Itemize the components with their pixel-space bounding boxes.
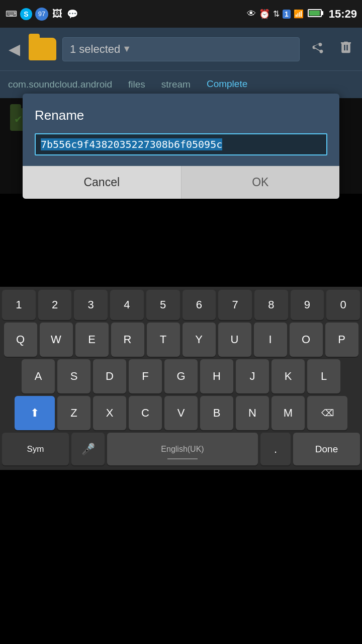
key-k[interactable]: K	[272, 359, 305, 393]
dialog-buttons: Cancel OK	[23, 166, 339, 199]
key-y[interactable]: Y	[183, 323, 216, 357]
key-l[interactable]: L	[307, 359, 340, 393]
battery-container	[307, 9, 322, 20]
key-z[interactable]: Z	[57, 396, 90, 430]
share-button[interactable]	[306, 38, 330, 60]
shift-button[interactable]: ⬆	[15, 396, 55, 430]
key-0[interactable]: 0	[326, 290, 360, 320]
key-5[interactable]: 5	[146, 290, 180, 320]
done-button[interactable]: Done	[293, 433, 360, 465]
keyboard-bottom-row: Sym 🎤 English(UK) . Done	[2, 433, 360, 465]
key-m[interactable]: M	[272, 396, 305, 430]
keyboard-icon: ⌨	[5, 8, 17, 20]
cancel-button[interactable]: Cancel	[23, 166, 182, 199]
key-i[interactable]: I	[254, 323, 287, 357]
backspace-button[interactable]: ⌫	[307, 396, 347, 430]
keyboard-number-row: 1 2 3 4 5 6 7 8 9 0	[2, 290, 360, 320]
signal-icon: 📶	[294, 9, 304, 19]
eye-icon: 👁	[247, 9, 256, 19]
key-3[interactable]: 3	[74, 290, 108, 320]
time-display: 15:29	[329, 8, 357, 21]
key-b[interactable]: B	[200, 396, 233, 430]
key-d[interactable]: D	[93, 359, 126, 393]
key-9[interactable]: 9	[291, 290, 324, 320]
key-r[interactable]: R	[111, 323, 144, 357]
alarm-icon: ⏰	[259, 9, 270, 20]
key-s[interactable]: S	[57, 359, 90, 393]
keyboard-qwerty-row: Q W E R T Y U I O P	[2, 323, 360, 357]
rename-input[interactable]	[41, 138, 321, 150]
key-j[interactable]: J	[236, 359, 269, 393]
network-icon: ⇅	[273, 9, 280, 19]
key-2[interactable]: 2	[38, 290, 72, 320]
folder-icon	[29, 38, 56, 60]
status-bar: ⌨ S 97 🖼 💬 👁 ⏰ ⇅ 1 📶 15:29	[0, 0, 362, 28]
rename-input-wrapper[interactable]	[35, 133, 327, 155]
key-v[interactable]: V	[164, 396, 198, 430]
key-8[interactable]: 8	[254, 290, 288, 320]
dialog-overlay: Rename Cancel OK	[0, 98, 362, 194]
key-o[interactable]: O	[290, 323, 323, 357]
dropdown-arrow-icon: ▼	[122, 44, 131, 54]
dialog-title: Rename	[35, 108, 327, 123]
spacebar-button[interactable]: English(UK)	[107, 433, 258, 465]
period-button[interactable]: .	[260, 433, 291, 465]
notification-badge: 97	[35, 8, 48, 21]
skype-icon: S	[20, 8, 32, 20]
keyboard-asdf-row: A S D F G H J K L	[2, 359, 360, 393]
key-x[interactable]: X	[93, 396, 126, 430]
mic-button[interactable]: 🎤	[71, 433, 105, 465]
key-w[interactable]: W	[40, 323, 73, 357]
ok-button[interactable]: OK	[182, 166, 340, 199]
key-f[interactable]: F	[129, 359, 162, 393]
key-c[interactable]: C	[129, 396, 162, 430]
key-n[interactable]: N	[236, 396, 269, 430]
selection-label: 1 selected ▼	[62, 37, 300, 61]
key-1[interactable]: 1	[2, 290, 36, 320]
empty-area	[0, 194, 362, 287]
top-bar: ◀ 1 selected ▼	[0, 28, 362, 70]
key-7[interactable]: 7	[218, 290, 252, 320]
rename-dialog: Rename Cancel OK	[23, 94, 339, 199]
key-e[interactable]: E	[75, 323, 109, 357]
message-icon: 💬	[66, 8, 78, 20]
sym-button[interactable]: Sym	[2, 433, 69, 465]
delete-button[interactable]	[336, 37, 356, 61]
key-p[interactable]: P	[325, 323, 358, 357]
keyboard: 1 2 3 4 5 6 7 8 9 0 Q W E R T Y U I O P …	[0, 287, 362, 470]
key-6[interactable]: 6	[183, 290, 216, 320]
key-q[interactable]: Q	[4, 323, 37, 357]
key-u[interactable]: U	[218, 323, 251, 357]
key-a[interactable]: A	[22, 359, 55, 393]
key-g[interactable]: G	[164, 359, 198, 393]
back-button[interactable]: ◀	[6, 38, 23, 60]
sim-icon: 1	[283, 10, 291, 19]
key-h[interactable]: H	[200, 359, 233, 393]
main-content-area: ✔ Rename Cancel OK	[0, 98, 362, 194]
keyboard-zxcv-row: ⬆ Z X C V B N M ⌫	[2, 396, 360, 430]
key-t[interactable]: T	[147, 323, 180, 357]
key-4[interactable]: 4	[110, 290, 144, 320]
image-icon: 🖼	[51, 8, 63, 20]
